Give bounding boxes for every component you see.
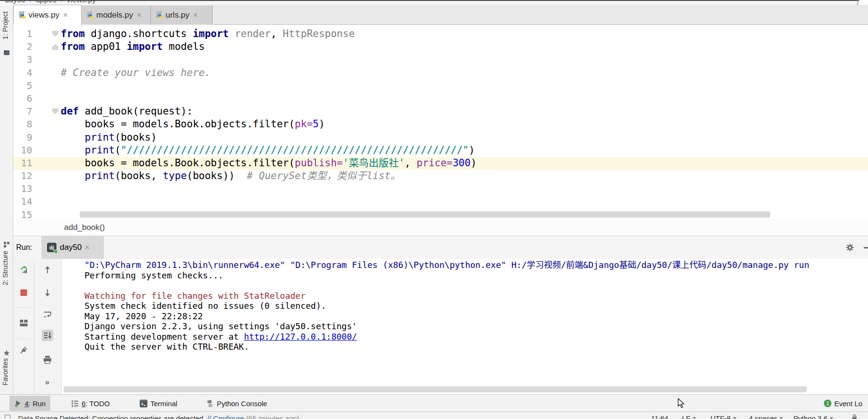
event-log-button[interactable]: 1 Event Lo (824, 396, 862, 411)
run-tab-label: day50 (60, 243, 82, 252)
line-number[interactable]: 5 (13, 79, 32, 92)
breadcrumb-item-views[interactable]: views.py (67, 0, 96, 4)
top-breadcrumb-strip: day50 › app01 › views.py (0, 0, 868, 5)
tab-label: urls.py (166, 10, 189, 20)
line-number[interactable]: 15 (13, 209, 32, 219)
stop-icon[interactable] (18, 287, 29, 298)
line-number[interactable]: 2 (13, 40, 32, 53)
line-number[interactable]: 3 (13, 53, 32, 66)
interpreter-widget[interactable]: Python 3.6 (793, 414, 833, 419)
tool-button-structure[interactable]: 2: Structure (1, 251, 9, 285)
code-lines: from django.shortcuts import render, Htt… (61, 28, 476, 219)
pin-icon[interactable] (18, 344, 29, 356)
run-panel: » "D:\PyCharm 2019.1.3\bin\runnerw64.exe… (13, 259, 868, 394)
python-file-icon (156, 11, 163, 19)
status-source-icon (5, 415, 10, 419)
line-number[interactable]: 14 (13, 195, 32, 208)
python-file-icon (86, 11, 94, 19)
todo-list-icon (71, 400, 79, 407)
close-icon[interactable]: × (63, 11, 67, 19)
breadcrumb: day50 › app01 › views.py (5, 0, 96, 4)
down-stack-icon[interactable] (42, 287, 53, 298)
running-status-dot (54, 249, 58, 254)
gear-icon[interactable] (845, 243, 855, 254)
python-file-icon (19, 11, 26, 19)
hide-panel-icon[interactable] (864, 247, 868, 248)
more-options-icon[interactable]: » (42, 377, 53, 388)
close-icon[interactable]: × (85, 243, 89, 252)
current-function[interactable]: add_book() (64, 223, 105, 232)
tool-button-project[interactable]: 1: Project (1, 11, 9, 39)
code-line: # Create your views here. (61, 67, 476, 79)
indent-widget[interactable]: 4 spaces (749, 414, 783, 419)
close-icon[interactable]: × (137, 11, 141, 19)
line-number[interactable]: 4 (13, 67, 32, 79)
run-toolbar (13, 259, 34, 394)
toolbar-divider (17, 339, 30, 339)
line-ending-widget[interactable]: LF (682, 414, 696, 419)
encoding-widget[interactable]: UTF-8 (710, 414, 737, 419)
tool-button-favorites[interactable]: Favorites (1, 358, 9, 386)
line-number[interactable]: 6 (13, 92, 32, 105)
fold-marker[interactable] (52, 44, 58, 50)
chevron-down-icon (733, 417, 737, 419)
terminal-label: Terminal (150, 400, 177, 408)
code-line (61, 195, 476, 208)
tab-urls-py[interactable]: urls.py × (151, 6, 213, 25)
rerun-icon[interactable] (18, 264, 29, 276)
code-line (61, 79, 476, 92)
scroll-to-end-icon[interactable] (42, 330, 53, 341)
tool-window-button-python-console[interactable]: Python Console (201, 396, 272, 411)
up-stack-icon[interactable] (42, 264, 53, 276)
console-toolbar: » (34, 259, 62, 394)
status-message-text: Data Source Detected: Connection propert… (18, 414, 205, 419)
tool-window-button-run[interactable]: 4: Run (9, 396, 50, 411)
console-line: Starting development server at http://12… (84, 332, 868, 342)
line-number[interactable]: 8 (13, 118, 32, 131)
breadcrumb-item-day50[interactable]: day50 (5, 0, 26, 4)
line-number[interactable]: 1 (13, 28, 32, 40)
close-icon[interactable]: × (193, 11, 197, 19)
run-play-icon (14, 400, 22, 407)
restore-layout-icon[interactable] (18, 317, 29, 329)
run-config-tab-day50[interactable]: dj day50 × (41, 236, 104, 259)
python-console-label: Python Console (217, 400, 267, 408)
status-message[interactable]: Data Source Detected: Connection propert… (18, 414, 299, 419)
code-line: print("/////////////////////////////////… (61, 144, 476, 157)
line-number[interactable]: 9 (13, 131, 32, 144)
editor-tab-bar: views.py × models.py × urls.py × (13, 5, 868, 25)
line-number[interactable]: 11 (13, 157, 32, 170)
tab-models-py[interactable]: models.py × (82, 6, 151, 25)
tab-label: views.py (28, 10, 59, 20)
line-number[interactable]: 7 (13, 105, 32, 118)
code-editor[interactable]: 123456789101112131415 from django.shortc… (13, 25, 868, 219)
tool-window-button-todo[interactable]: 6: TODO (66, 396, 114, 411)
configure-link[interactable]: // Configure (207, 414, 244, 419)
code-line (61, 92, 476, 105)
soft-wrap-icon[interactable] (42, 309, 53, 320)
run-console-output[interactable]: "D:\PyCharm 2019.1.3\bin\runnerw64.exe" … (62, 259, 868, 394)
console-line: Quit the server with CTRL-BREAK. (84, 342, 868, 352)
fold-marker[interactable] (52, 108, 58, 114)
server-url-link[interactable]: http://127.0.0.1:8000/ (244, 332, 357, 342)
editor-gutter[interactable]: 123456789101112131415 (13, 28, 32, 219)
editor-horizontal-scrollbar[interactable] (80, 211, 770, 218)
chevron-down-icon (692, 417, 696, 419)
code-line: books = models.Book.objects.filter(publi… (61, 157, 476, 170)
run-panel-title: Run: (16, 236, 32, 259)
caret-position-widget[interactable]: 11:64 (651, 414, 668, 419)
lock-icon[interactable] (851, 414, 858, 419)
left-tool-stripe: 1: Project 2: Structure Favorites (0, 5, 13, 394)
django-icon-text: dj (49, 245, 54, 250)
line-number[interactable]: 12 (13, 170, 32, 182)
line-number[interactable]: 13 (13, 182, 32, 195)
tab-label: models.py (96, 10, 133, 20)
console-horizontal-scrollbar[interactable] (64, 386, 807, 392)
print-icon[interactable] (42, 354, 53, 365)
tab-views-py[interactable]: views.py × (13, 5, 82, 25)
line-number[interactable]: 10 (13, 144, 32, 157)
tool-window-button-terminal[interactable]: Terminal (135, 396, 182, 411)
breadcrumb-item-app01[interactable]: app01 (36, 0, 57, 4)
fold-marker[interactable] (52, 31, 58, 37)
code-line: print(books) (61, 131, 476, 144)
